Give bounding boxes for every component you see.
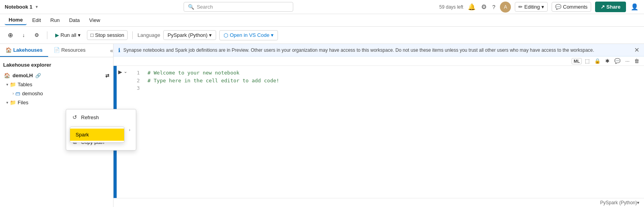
lh-sync-icon[interactable]: ⇄ [105,73,109,78]
stop-icon: □ [90,32,94,38]
share-icon: ↗ [601,4,605,10]
language-selector[interactable]: PySpark (Python) ▾ [163,30,216,40]
delete-cell-btn[interactable]: 🗑 [633,57,641,65]
toolbar: ⊕ ↓ ⚙ ▶ Run all ▾ □ Stop session Languag… [0,27,644,44]
menu-view[interactable]: View [85,16,104,25]
top-bar-left: Notebook 1 ▾ [5,4,38,10]
tables-folder-icon: 📁 [10,82,16,87]
demo-table-icon: 🗃 [15,91,20,96]
stop-session-button[interactable]: □ Stop session [87,30,128,40]
demo-table-label: demosho [22,91,43,96]
files-tree-item[interactable]: ▾ 📁 Files [3,98,110,107]
cell-lang-label: PySpark (Python) [600,200,637,205]
bell-icon[interactable]: 🔔 [467,2,476,11]
info-banner-text: Synapse notebooks and Spark job definiti… [123,47,594,53]
add-cell-button[interactable]: ⊕ [5,30,16,40]
days-left-label: 59 days left [439,4,463,10]
user-icon[interactable]: 👤 [630,2,639,11]
help-icon[interactable]: ? [491,3,496,11]
cell-footer: PySpark (Python) ▾ [114,198,644,207]
cell-lang-dropdown[interactable]: ▾ [637,200,639,205]
download-button[interactable]: ↓ [19,31,28,40]
menu-data[interactable]: Data [65,16,83,25]
toolbar-separator-2 [132,31,133,39]
lh-home-icon: 🏠 [4,73,10,78]
code-comment-1: # Welcome to your new notebook [148,70,240,76]
code-line-3: 3 [132,84,641,92]
avatar[interactable]: A [500,2,511,13]
code-comment-2: # Type here in the cell editor to add co… [148,78,280,84]
settings-icon: ⚙ [34,32,39,38]
vscode-icon: ⬡ [224,32,228,38]
collapse-sidebar-button[interactable]: « [110,44,113,57]
open-vscode-label: Open in VS Code [230,32,269,38]
ctx-refresh[interactable]: ↺ Refresh [66,111,136,123]
share-label: Share [606,4,621,10]
ctx-load-data-arrow: › [129,127,130,132]
down-caret-icon: ⌄ [124,69,127,74]
search-icon: 🔍 [188,4,194,10]
menu-edit[interactable]: Edit [28,16,45,25]
more-tool-btn[interactable]: ··· [624,57,631,65]
open-vscode-button[interactable]: ⬡ Open in VS Code ▾ [219,30,278,40]
info-banner: ℹ Synapse notebooks and Spark job defini… [114,44,644,56]
files-folder-icon: 📁 [10,100,16,105]
comments-button[interactable]: 💬 Comments [552,2,591,12]
toolbar-separator-1 [47,31,47,39]
lh-name-label: demoLH [13,73,33,78]
tab-lakehouses[interactable]: 🏠 Lakehouses [0,44,48,57]
asterisk-tool-btn[interactable]: ✱ [604,57,611,65]
editing-dropdown-icon: ▾ [541,4,544,10]
top-bar: Notebook 1 ▾ 🔍 Search 59 days left 🔔 ⚙ ?… [0,0,644,14]
play-icon: ▶ [118,69,122,75]
settings-button[interactable]: ⚙ [31,31,42,40]
cell-code[interactable]: 1 # Welcome to your new notebook 2 # Typ… [129,66,644,198]
share-button[interactable]: ↗ Share [595,2,626,12]
tables-chevron: ▾ [6,82,8,87]
menu-run[interactable]: Run [47,16,64,25]
files-label: Files [18,100,28,105]
tables-label: Tables [18,82,32,87]
notebook-area: ℹ Synapse notebooks and Spark job defini… [114,44,644,207]
frame-tool-btn[interactable]: ⬚ [583,57,591,65]
lh-name-row: 🏠 demoLH 🔗 ⇄ [3,71,110,80]
spark-label: Spark [76,132,89,138]
tables-tree-item[interactable]: ▾ 📁 Tables [3,80,110,89]
ml-tool-btn[interactable]: ML [572,58,582,64]
code-line-1: 1 # Welcome to your new notebook [132,69,641,77]
line-num-1: 1 [132,69,140,77]
tab-lakehouses-label: Lakehouses [13,47,43,53]
files-chevron: ▾ [6,100,8,105]
tab-resources[interactable]: 📄 Resources [48,44,91,57]
cell-toolbar: ML ⬚ 🔒 ✱ 💬 ··· 🗑 [114,56,644,66]
resources-icon: 📄 [54,47,60,53]
run-all-dropdown: ▾ [78,32,81,38]
language-value: PySpark (Python) [168,32,207,38]
submenu-spark[interactable]: Spark [70,129,124,141]
vscode-dropdown-icon: ▾ [271,32,274,38]
lh-link-icon[interactable]: 🔗 [35,73,41,78]
sidebar-tabs: 🏠 Lakehouses 📄 Resources « [0,44,113,57]
lakehouses-icon: 🏠 [5,47,12,53]
pencil-icon: ✏ [518,4,523,10]
editing-button[interactable]: ✏ Editing ▾ [515,2,548,12]
ctx-refresh-label: Refresh [81,114,99,120]
line-num-3: 3 [132,84,140,92]
top-bar-center: 🔍 Search [38,2,439,12]
demo-chevron: › [13,91,14,96]
comments-label: Comments [563,4,588,10]
run-all-button[interactable]: ▶ Run all ▾ [52,31,84,40]
language-label: Language [137,32,160,38]
ctx-refresh-icon: ↺ [72,114,78,120]
chat-tool-btn[interactable]: 💬 [613,57,622,65]
cell-container: ▶ ⌄ 1 # Welcome to your new notebook 2 #… [114,66,644,198]
editing-label: Editing [524,4,540,10]
search-box[interactable]: 🔍 Search [184,2,293,12]
menu-home[interactable]: Home [5,15,27,25]
lock-tool-btn[interactable]: 🔒 [593,57,602,65]
run-all-label: Run all [61,32,76,38]
demo-table-item[interactable]: › 🗃 demosho [3,89,110,98]
gear-icon[interactable]: ⚙ [480,2,487,11]
comment-icon: 💬 [555,4,561,10]
close-banner-button[interactable]: ✕ [634,46,639,54]
